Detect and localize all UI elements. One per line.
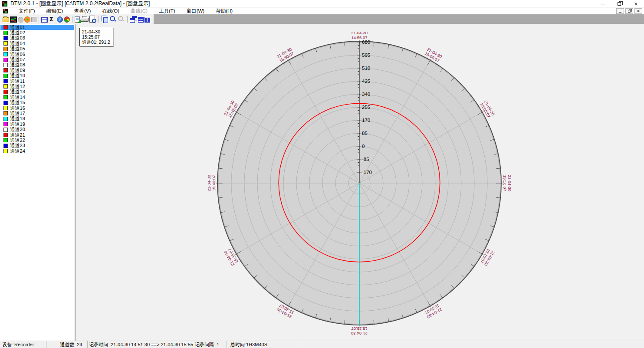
- axis-tick-label: 0: [362, 144, 365, 149]
- channel-color-swatch: [3, 128, 8, 132]
- menu-item[interactable]: 编辑(E): [41, 8, 69, 14]
- channel-color-swatch: [3, 36, 8, 40]
- channel-color-swatch: [3, 122, 8, 126]
- status-section: 总时间:1H3M40S: [227, 341, 298, 348]
- channel-color-swatch: [3, 47, 8, 51]
- record-disabled-icon: [18, 17, 23, 23]
- channel-color-swatch: [3, 63, 8, 67]
- channel-color-swatch: [3, 58, 8, 62]
- axis-tick-label: 85: [362, 131, 368, 136]
- data-grid-icon[interactable]: [41, 17, 48, 23]
- channel-color-swatch: [3, 25, 8, 30]
- channel-color-swatch: [3, 68, 8, 72]
- status-section: 设备: Recorder: [0, 341, 46, 348]
- channel-color-swatch: [3, 149, 8, 153]
- time-label: 21-04-3014:55:07: [340, 30, 379, 40]
- channel-color-swatch: [3, 79, 8, 83]
- menu-item: 曲线(C): [125, 8, 153, 14]
- axis-tick-label: 255: [362, 105, 370, 110]
- cascade-windows-icon[interactable]: [130, 16, 137, 23]
- menu-items: 文件(F)编辑(E)查看(V)在线(O)曲线(C)工具(T)窗口(W)帮助(H): [13, 8, 238, 14]
- menu-item[interactable]: 窗口(W): [181, 8, 210, 14]
- mdi-child-controls: ×: [616, 8, 642, 14]
- axis-tick-label: 510: [362, 66, 370, 71]
- record-active-icon[interactable]: [24, 16, 30, 23]
- time-label-date: 21-04-30: [340, 30, 379, 35]
- print-icon[interactable]: [81, 16, 88, 23]
- child-minimize-icon: [619, 12, 621, 13]
- mdi-child-icon[interactable]: [3, 9, 8, 13]
- zoom-disabled-icon: [118, 16, 125, 23]
- window-controls: ×: [595, 0, 644, 7]
- restore-icon: [618, 2, 621, 6]
- channel-color-swatch: [3, 74, 8, 78]
- toolbar: [0, 14, 644, 24]
- time-label-date: 21-04-30: [340, 331, 379, 336]
- tile-vertical-icon[interactable]: [145, 17, 150, 23]
- axis-tick-label: 595: [362, 53, 370, 58]
- copy-icon[interactable]: [101, 16, 108, 23]
- channel-color-swatch: [3, 138, 8, 142]
- status-section: 记录时间: 21-04-30 14:51:30 ==> 21-04-30 15:…: [88, 341, 193, 348]
- child-close-button[interactable]: ×: [634, 8, 642, 14]
- status-bar: 设备: Recorder通道数: 24记录时间: 21-04-30 14:51:…: [0, 341, 644, 348]
- menu-bar: 文件(F)编辑(E)查看(V)在线(O)曲线(C)工具(T)窗口(W)帮助(H)…: [0, 8, 644, 14]
- axis-tick-label: -170: [362, 170, 372, 175]
- tooltip-line: 15:25:07: [82, 34, 110, 39]
- channel-color-swatch: [3, 31, 8, 35]
- stop-disabled-icon: [31, 17, 36, 22]
- channel-color-swatch: [3, 117, 8, 121]
- tooltip-line: 21-04-30: [82, 29, 110, 34]
- child-restore-icon: [628, 10, 631, 13]
- time-label: 21-04-3015:40:07: [207, 164, 216, 203]
- menu-item[interactable]: 工具(T): [153, 8, 181, 14]
- time-label: 21-04-3015:10:07: [503, 164, 512, 203]
- axis-tick-label: 170: [362, 118, 370, 123]
- toolbar-strip: [0, 14, 154, 24]
- toolbar-separator: [99, 16, 99, 23]
- channel-color-swatch: [3, 41, 8, 46]
- menu-item[interactable]: 帮助(H): [210, 8, 238, 14]
- channel-color-swatch: [3, 90, 8, 94]
- zoom-icon[interactable]: [109, 16, 117, 23]
- channel-color-swatch: [3, 111, 8, 115]
- channel-item[interactable]: 通道24: [0, 148, 74, 154]
- time-label: 21-04-3015:25:07: [340, 326, 379, 336]
- pie-chart-icon[interactable]: [64, 16, 70, 23]
- sum-sigma-icon[interactable]: [49, 16, 56, 23]
- channel-list-panel: 通道01通道02通道03通道04通道05通道06通道07通道08通道09通道10…: [0, 24, 76, 341]
- axis-tick-label: 680: [362, 39, 370, 45]
- polar-chart-area[interactable]: 680595510425340255170850-85-170 21-04-30…: [76, 24, 643, 341]
- channel-color-swatch: [3, 95, 8, 99]
- channel-color-swatch: [3, 133, 8, 137]
- channel-color-swatch: [3, 52, 8, 56]
- polar-chart: 680595510425340255170850-85-170: [76, 24, 643, 341]
- child-restore-button[interactable]: [625, 8, 633, 14]
- time-label-time: 15:25:07: [340, 326, 379, 331]
- axis-tick-label: 425: [362, 79, 370, 84]
- open-file-icon[interactable]: [3, 17, 9, 22]
- data-tooltip: 21-04-3015:25:07通道01: 291.2: [79, 28, 113, 46]
- menu-item[interactable]: 文件(F): [13, 8, 41, 14]
- export-icon[interactable]: [75, 16, 80, 23]
- restore-button[interactable]: [611, 0, 628, 8]
- toolbar-separator: [72, 16, 72, 23]
- close-button[interactable]: ×: [628, 0, 644, 8]
- print-preview-icon[interactable]: [89, 16, 96, 23]
- status-section: 通道数: 24: [46, 341, 88, 348]
- minimize-icon: [601, 4, 605, 4]
- tile-horizontal-icon[interactable]: [138, 17, 144, 23]
- child-minimize-button[interactable]: [616, 8, 624, 14]
- main-area: 通道01通道02通道03通道04通道05通道06通道07通道08通道09通道10…: [0, 24, 644, 341]
- menu-item[interactable]: 查看(V): [69, 8, 96, 14]
- app-icon: [2, 1, 7, 7]
- channel-color-swatch: [3, 84, 8, 89]
- time-label-date: 21-04-30: [507, 164, 512, 203]
- minimize-button[interactable]: [595, 0, 611, 8]
- channel-color-swatch: [3, 101, 8, 105]
- chart-display-icon[interactable]: [10, 16, 17, 23]
- info-icon[interactable]: [57, 16, 63, 23]
- menu-item[interactable]: 在线(O): [96, 8, 125, 14]
- window-title: DTM 2.0.1 - [圆盘显示] [C:\DTM 2.0.2\RealDat…: [10, 0, 150, 7]
- tooltip-line: 通道01: 291.2: [82, 39, 110, 45]
